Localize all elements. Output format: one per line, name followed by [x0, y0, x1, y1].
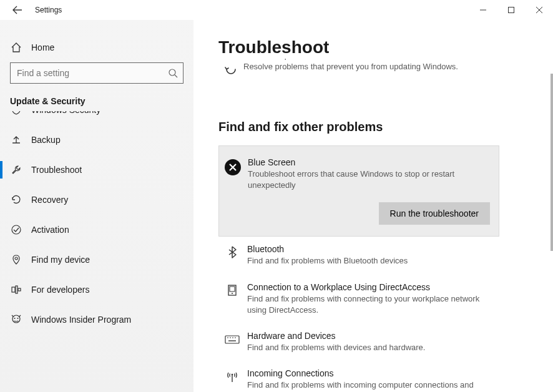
sidebar-item-insider[interactable]: Windows Insider Program [0, 305, 193, 335]
sidebar-item-windows-security[interactable]: Windows Security [0, 111, 193, 125]
search-input[interactable] [16, 67, 168, 79]
window-title: Settings [35, 6, 62, 14]
maximize-icon [508, 7, 514, 13]
keyboard-icon [221, 331, 243, 353]
sidebar-item-label: Windows Security [31, 111, 100, 115]
antenna-icon [221, 368, 243, 392]
troubleshoot-item-title: Hardware and Devices [247, 331, 491, 341]
sidebar-item-home[interactable]: Home [0, 32, 193, 62]
sidebar-item-label: Windows Insider Program [31, 315, 131, 325]
minimize-icon [480, 7, 486, 13]
troubleshoot-item-desc: Troubleshoot errors that cause Windows t… [248, 169, 490, 191]
sidebar-item-label: Find my device [31, 255, 90, 265]
troubleshoot-item-title: Bluetooth [247, 244, 491, 254]
troubleshoot-item-blue-screen[interactable]: Blue Screen Troubleshoot errors that cau… [218, 145, 499, 237]
svg-point-2 [169, 69, 175, 76]
sidebar-item-label: Home [31, 42, 54, 52]
svg-rect-8 [18, 288, 21, 291]
refresh-icon [218, 62, 243, 76]
svg-point-4 [12, 225, 21, 234]
computer-icon [221, 282, 243, 316]
recovery-icon [10, 194, 22, 206]
troubleshoot-item-desc: Resolve problems that prevent you from u… [243, 61, 499, 72]
svg-point-15 [232, 293, 233, 294]
troubleshoot-item-bluetooth[interactable]: Bluetooth Find and fix problems with Blu… [218, 237, 499, 274]
close-button[interactable] [525, 0, 553, 20]
svg-rect-6 [12, 287, 15, 292]
close-icon [536, 7, 542, 13]
svg-point-22 [232, 374, 233, 376]
svg-line-3 [175, 75, 177, 77]
svg-point-5 [15, 257, 17, 260]
sidebar-item-activation[interactable]: Activation [0, 215, 193, 245]
svg-rect-14 [230, 287, 235, 292]
find-fix-header: Find and fix other problems [218, 120, 499, 134]
troubleshoot-item-directaccess[interactable]: Connection to a Workplace Using DirectAc… [218, 275, 499, 323]
troubleshoot-item-title: Incoming Connections [247, 368, 491, 378]
sidebar-item-troubleshoot[interactable]: Troubleshoot [0, 155, 193, 185]
svg-rect-16 [225, 336, 239, 343]
sidebar-item-label: Recovery [31, 195, 68, 205]
troubleshoot-item-desc: Find and fix problems with Bluetooth dev… [247, 255, 491, 267]
scrollbar[interactable] [551, 20, 553, 392]
page-title: Troubleshoot [218, 37, 499, 57]
sidebar-section-label: Update & Security [0, 90, 193, 111]
svg-point-10 [14, 318, 16, 319]
backup-icon [10, 134, 22, 146]
sidebar-item-label: Backup [31, 135, 61, 145]
search-icon [168, 68, 178, 78]
bluetooth-icon [221, 244, 243, 267]
troubleshoot-item-incoming[interactable]: Incoming Connections Find and fix proble… [218, 361, 499, 392]
back-button[interactable] [5, 0, 30, 20]
sidebar-item-find-my-device[interactable]: Find my device [0, 245, 193, 275]
sidebar-item-label: For developers [31, 285, 89, 295]
sidebar-item-label: Activation [31, 225, 69, 235]
troubleshoot-item-hardware[interactable]: Hardware and Devices Find and fix proble… [218, 323, 499, 361]
svg-point-11 [17, 318, 19, 319]
troubleshoot-item-desc: Find and fix problems with devices and h… [247, 342, 491, 353]
sidebar-item-backup[interactable]: Backup [0, 125, 193, 155]
home-icon [10, 41, 22, 54]
troubleshoot-item-title: Blue Screen [248, 157, 490, 167]
run-troubleshooter-button[interactable]: Run the troubleshooter [379, 202, 490, 225]
scrollbar-thumb[interactable] [551, 74, 553, 251]
troubleshoot-item-windows-update[interactable]: Windows Update Resolve problems that pre… [218, 59, 499, 90]
sidebar-item-for-developers[interactable]: For developers [0, 275, 193, 305]
wrench-icon [10, 164, 22, 176]
troubleshoot-item-desc: Find and fix problems with incoming comp… [247, 380, 491, 392]
maximize-button[interactable] [497, 0, 525, 20]
sidebar-item-recovery[interactable]: Recovery [0, 185, 193, 215]
troubleshoot-item-desc: Find and fix problems with connecting to… [247, 293, 491, 316]
check-circle-icon [10, 223, 22, 236]
svg-rect-1 [508, 7, 514, 13]
troubleshoot-item-title: Connection to a Workplace Using DirectAc… [247, 282, 491, 292]
sidebar-item-label: Troubleshoot [31, 165, 82, 175]
arrow-left-icon [12, 5, 22, 15]
error-circle-icon [222, 157, 244, 225]
insider-icon [10, 313, 22, 326]
minimize-button[interactable] [469, 0, 497, 20]
developers-icon [10, 283, 22, 296]
search-box[interactable] [10, 62, 184, 84]
svg-rect-7 [16, 286, 17, 293]
location-icon [10, 253, 22, 266]
shield-icon [10, 111, 22, 116]
